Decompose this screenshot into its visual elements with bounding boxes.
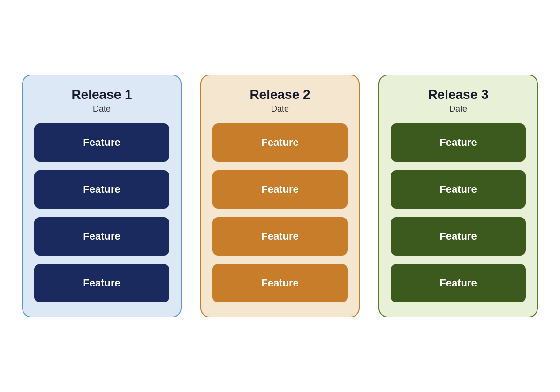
release-date-1: Date [34,104,169,114]
release-column-1: Release 1DateFeatureFeatureFeatureFeatur… [22,75,182,318]
feature-label-r1-f2: Feature [83,183,120,196]
feature-list-2: FeatureFeatureFeatureFeature [212,123,348,302]
feature-list-3: FeatureFeatureFeatureFeature [391,123,526,302]
feature-label-r2-f2: Feature [261,183,298,196]
feature-card-r1-f2[interactable]: Feature [34,170,169,209]
feature-label-r1-f4: Feature [83,277,120,289]
release-title-1: Release 1 [34,87,169,103]
feature-label-r3-f1: Feature [439,136,477,149]
release-header-3: Release 3Date [391,87,526,114]
feature-label-r1-f3: Feature [83,230,120,242]
feature-card-r1-f3[interactable]: Feature [34,217,169,256]
feature-card-r3-f4[interactable]: Feature [391,264,526,302]
feature-card-r2-f3[interactable]: Feature [212,217,348,256]
releases-container: Release 1DateFeatureFeatureFeatureFeatur… [8,60,552,332]
release-column-3: Release 3DateFeatureFeatureFeatureFeatur… [378,75,538,318]
feature-label-r1-f1: Feature [83,136,120,149]
feature-card-r1-f4[interactable]: Feature [34,264,169,302]
release-title-2: Release 2 [212,87,348,103]
feature-card-r3-f3[interactable]: Feature [391,217,526,256]
release-date-2: Date [212,104,348,114]
release-column-2: Release 2DateFeatureFeatureFeatureFeatur… [200,75,360,318]
release-header-1: Release 1Date [34,87,169,114]
feature-label-r3-f2: Feature [439,183,477,196]
release-title-3: Release 3 [391,87,526,103]
feature-label-r3-f3: Feature [439,230,477,242]
feature-label-r2-f3: Feature [261,230,298,242]
feature-card-r2-f1[interactable]: Feature [212,123,348,162]
feature-card-r2-f2[interactable]: Feature [212,170,348,209]
feature-list-1: FeatureFeatureFeatureFeature [34,123,169,302]
feature-card-r2-f4[interactable]: Feature [212,264,348,302]
feature-card-r3-f2[interactable]: Feature [391,170,526,209]
release-date-3: Date [391,104,526,114]
feature-label-r3-f4: Feature [439,277,477,289]
feature-card-r1-f1[interactable]: Feature [34,123,169,162]
feature-label-r2-f4: Feature [261,277,298,289]
feature-card-r3-f1[interactable]: Feature [391,123,526,162]
release-header-2: Release 2Date [212,87,348,114]
feature-label-r2-f1: Feature [261,136,298,149]
